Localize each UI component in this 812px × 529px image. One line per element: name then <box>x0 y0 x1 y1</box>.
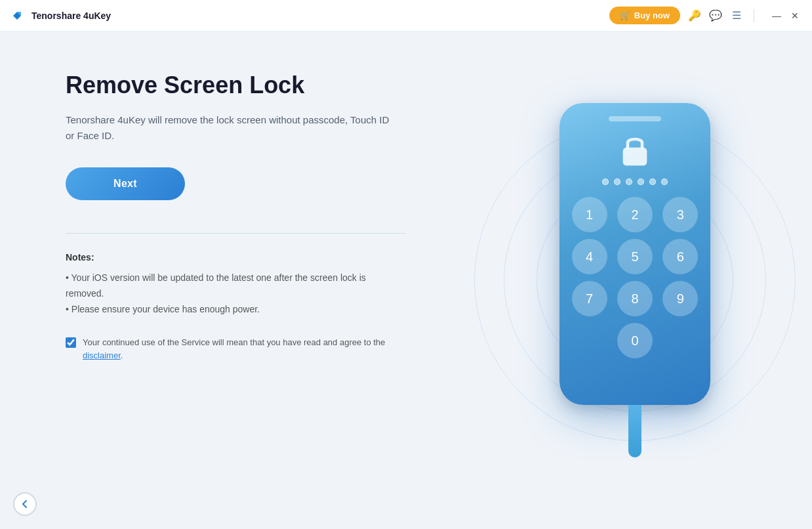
notes-section: Notes: Your iOS version will be updated … <box>66 252 405 363</box>
left-panel: Remove Screen Lock Tenorshare 4uKey will… <box>0 32 458 529</box>
key-2: 2 <box>617 197 653 232</box>
key-9: 9 <box>662 281 698 316</box>
close-button[interactable]: ✕ <box>788 9 802 22</box>
disclaimer-link[interactable]: disclaimer <box>83 350 121 360</box>
key-4: 4 <box>572 239 607 274</box>
note-item-2: Please ensure your device has enough pow… <box>66 302 405 318</box>
note-item-1: Your iOS version will be updated to the … <box>66 270 405 302</box>
window-controls: — ✕ <box>770 9 802 22</box>
app-name-label: Tenorshare 4uKey <box>31 11 111 21</box>
lock-icon-container <box>619 132 651 171</box>
section-divider <box>66 233 405 234</box>
notes-title: Notes: <box>66 252 405 263</box>
key-7: 7 <box>572 281 607 316</box>
pin-dot-2 <box>614 179 620 185</box>
buy-now-icon: 🛒 <box>620 11 630 20</box>
pin-dot-3 <box>626 179 632 185</box>
key-8: 8 <box>617 281 653 316</box>
agreement-checkbox[interactable] <box>66 337 76 348</box>
phone-illustration: 1 2 3 4 5 6 7 8 9 0 <box>559 103 710 457</box>
minimize-button[interactable]: — <box>770 9 783 22</box>
title-bar-right: 🛒 Buy now 🔑 💬 ☰ — ✕ <box>609 7 802 24</box>
menu-icon[interactable]: ☰ <box>730 9 743 22</box>
svg-rect-0 <box>623 148 647 166</box>
agreement-text-after: . <box>121 350 123 360</box>
key-0: 0 <box>617 323 653 358</box>
pin-dots <box>602 179 668 185</box>
key-1: 1 <box>572 197 607 232</box>
window-control-separator <box>754 9 754 22</box>
agreement-text: Your continued use of the Service will m… <box>83 336 405 364</box>
title-bar: Tenorshare 4uKey 🛒 Buy now 🔑 💬 ☰ — ✕ <box>0 0 812 32</box>
phone-notch <box>609 116 661 121</box>
pin-dot-5 <box>649 179 656 185</box>
back-arrow-icon <box>20 499 30 509</box>
app-logo-icon <box>10 8 26 24</box>
pin-dot-6 <box>661 179 668 185</box>
right-panel: 1 2 3 4 5 6 7 8 9 0 <box>458 32 812 529</box>
key-6: 6 <box>662 239 698 274</box>
phone-cable <box>628 405 641 457</box>
page-description: Tenorshare 4uKey will remove the lock sc… <box>66 112 394 144</box>
main-content: Remove Screen Lock Tenorshare 4uKey will… <box>0 32 812 529</box>
agreement-text-before: Your continued use of the Service will m… <box>83 337 385 347</box>
chat-icon[interactable]: 💬 <box>709 9 722 22</box>
notes-list: Your iOS version will be updated to the … <box>66 270 405 317</box>
page-title: Remove Screen Lock <box>66 71 405 99</box>
lock-icon <box>619 132 651 168</box>
key-icon[interactable]: 🔑 <box>688 9 701 22</box>
key-3: 3 <box>662 197 698 232</box>
keypad: 1 2 3 4 5 6 7 8 9 0 <box>570 197 700 358</box>
back-button[interactable] <box>13 492 37 516</box>
pin-dot-4 <box>638 179 644 185</box>
buy-now-button[interactable]: 🛒 Buy now <box>609 7 680 24</box>
buy-now-label: Buy now <box>634 11 670 20</box>
pin-dot-1 <box>602 179 609 185</box>
next-button[interactable]: Next <box>66 167 185 200</box>
title-bar-left: Tenorshare 4uKey <box>10 8 111 24</box>
agreement-section: Your continued use of the Service will m… <box>66 336 405 364</box>
phone-body: 1 2 3 4 5 6 7 8 9 0 <box>559 103 710 405</box>
key-5: 5 <box>617 239 653 274</box>
